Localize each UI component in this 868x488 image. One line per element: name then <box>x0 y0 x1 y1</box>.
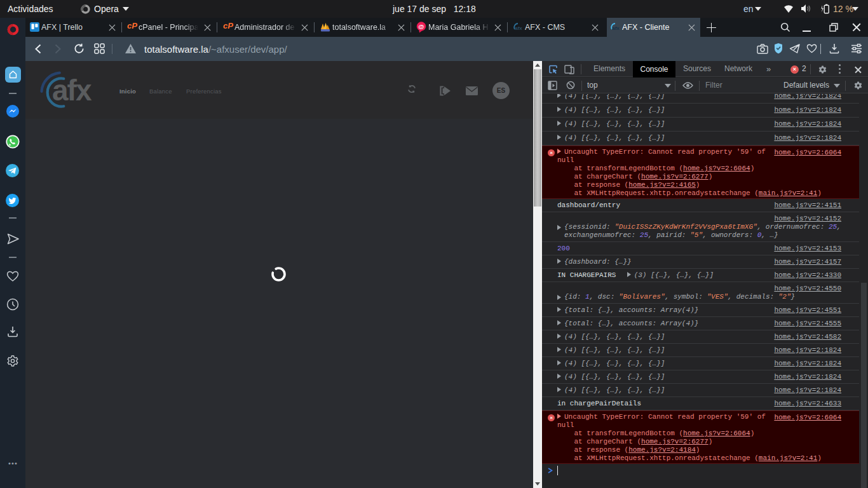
svg-text:@: @ <box>418 23 424 30</box>
svg-text:afx: afx <box>515 25 522 31</box>
svg-text:afx: afx <box>52 74 92 107</box>
svg-text:afx: afx <box>612 25 620 31</box>
